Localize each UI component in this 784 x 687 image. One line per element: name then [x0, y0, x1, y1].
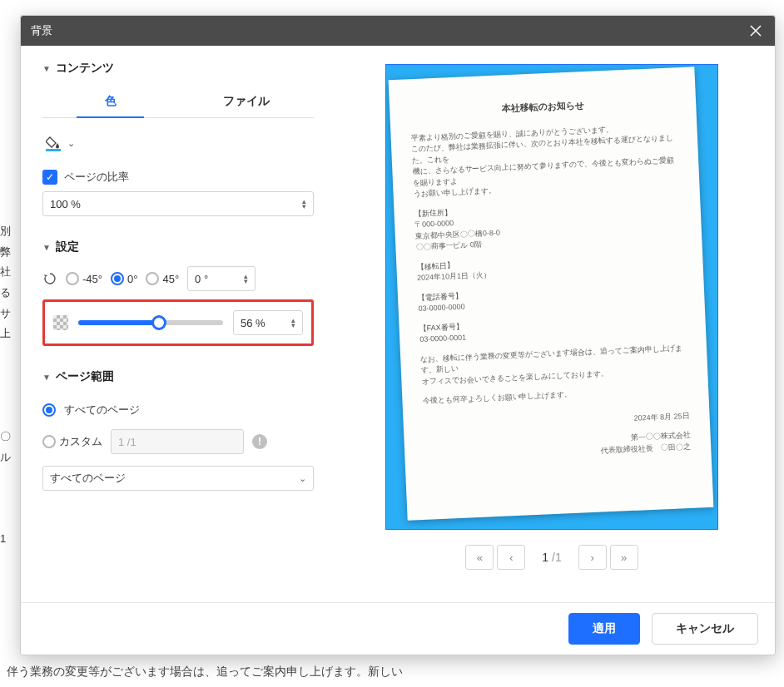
info-icon: !	[252, 434, 267, 449]
apply-button[interactable]: 適用	[568, 613, 640, 645]
preview-panel: 本社移転のお知らせ 平素より格別のご愛顧を賜り、誠にありがとうございます。 この…	[329, 46, 775, 602]
settings-label: 設定	[56, 240, 79, 255]
preview-pager: « ‹ 1 /1 › »	[465, 545, 638, 570]
close-button[interactable]	[747, 22, 765, 40]
settings-section-header[interactable]: ▼ 設定	[42, 240, 314, 255]
reset-rotation-button[interactable]	[42, 271, 57, 286]
custom-page-placeholder: 1 /1	[118, 436, 136, 448]
doc-title: 本社移転のお知らせ	[409, 94, 676, 119]
page-ratio-field[interactable]: 100 % ▴▾	[42, 191, 314, 216]
chevron-down-icon: ⌄	[299, 473, 306, 484]
opacity-field[interactable]: 56 % ▴▾	[233, 310, 303, 335]
close-icon	[750, 25, 762, 37]
color-dropdown-toggle[interactable]: ⌄	[67, 138, 75, 149]
page-subset-select[interactable]: すべてのページ ⌄	[42, 466, 314, 491]
fill-color-button[interactable]	[46, 135, 62, 151]
paint-bucket-icon	[46, 135, 62, 151]
contents-label: コンテンツ	[56, 61, 114, 76]
svg-rect-0	[46, 149, 61, 151]
opacity-slider[interactable]	[78, 320, 223, 325]
radio-selected-icon	[42, 403, 56, 417]
radio-icon	[66, 272, 79, 285]
rotation-45[interactable]: 45°	[146, 272, 179, 285]
tab-color[interactable]: 色	[42, 87, 178, 117]
transparency-icon	[53, 315, 68, 330]
left-panel: ▼ コンテンツ 色 ファイル ⌄ ✓ ページの比率	[21, 46, 329, 602]
page-range-label: ページ範囲	[56, 369, 114, 384]
page-range-section-header[interactable]: ▼ ページ範囲	[42, 369, 314, 384]
opacity-spinner[interactable]: ▴▾	[291, 318, 295, 328]
rotation-neg45[interactable]: -45°	[66, 272, 102, 285]
opacity-value: 56 %	[241, 317, 265, 329]
chevron-down-icon: ▼	[42, 373, 51, 382]
rotation-field[interactable]: 0 ° ▴▾	[187, 266, 256, 291]
rotation-0[interactable]: 0°	[111, 272, 137, 285]
cancel-button[interactable]: キャンセル	[652, 613, 758, 645]
preview-box: 本社移転のお知らせ 平素より格別のご愛顧を賜り、誠にありがとうございます。 この…	[385, 64, 718, 530]
page-ratio-value: 100 %	[50, 198, 81, 210]
chevron-down-icon: ▼	[42, 64, 51, 73]
background-dialog: 背景 ▼ コンテンツ 色 ファイル	[20, 15, 776, 655]
page-ratio-spinner[interactable]: ▴▾	[302, 199, 306, 209]
radio-icon	[146, 272, 159, 285]
pager-prev[interactable]: ‹	[497, 545, 525, 570]
content-tabs: 色 ファイル	[42, 87, 314, 118]
background-document-line: 伴う業務の変更等がございます場合は、追ってご案内申し上げます。新しい	[0, 661, 409, 683]
pager-next[interactable]: ›	[578, 545, 607, 570]
chevron-down-icon: ▼	[42, 243, 51, 252]
rotate-reset-icon	[42, 271, 57, 286]
dialog-titlebar: 背景	[21, 16, 775, 46]
custom-page-field: 1 /1	[111, 429, 244, 454]
pager-first[interactable]: «	[465, 545, 494, 570]
radio-selected-icon	[111, 272, 124, 285]
radio-icon	[42, 435, 56, 448]
slider-thumb[interactable]	[151, 315, 166, 330]
page-subset-value: すべてのページ	[50, 471, 126, 486]
range-all-pages[interactable]: すべてのページ	[42, 403, 314, 418]
background-page-fragment: 別弊社るサ上〇ル1	[0, 47, 18, 550]
dialog-footer: 適用 キャンセル	[21, 602, 775, 655]
document-preview: 本社移転のお知らせ 平素より格別のご愛顧を賜り、誠にありがとうございます。 この…	[389, 67, 714, 521]
page-ratio-checkbox[interactable]: ✓	[42, 170, 57, 185]
range-custom[interactable]: カスタム	[42, 434, 102, 449]
contents-section-header[interactable]: ▼ コンテンツ	[42, 61, 314, 76]
rotation-value: 0 °	[195, 273, 208, 285]
dialog-title: 背景	[31, 23, 52, 38]
page-ratio-label: ページの比率	[64, 170, 129, 185]
pager-last[interactable]: »	[610, 545, 638, 570]
pager-status: 1 /1	[528, 551, 574, 564]
tab-file[interactable]: ファイル	[178, 87, 314, 117]
rotation-spinner[interactable]: ▴▾	[244, 274, 248, 284]
opacity-row-highlight: 56 % ▴▾	[42, 299, 314, 346]
